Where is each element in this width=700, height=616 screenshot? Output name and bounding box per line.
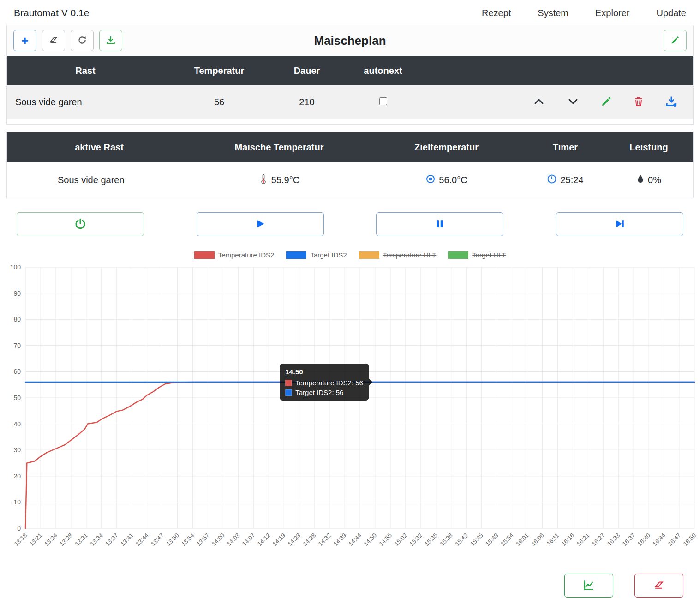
svg-text:13:54: 13:54 [180, 532, 196, 548]
svg-text:70: 70 [13, 342, 21, 349]
svg-text:16:50: 16:50 [682, 532, 698, 548]
top-nav: Rezept System Explorer Update [482, 8, 686, 18]
delete-rast-button[interactable] [633, 96, 644, 108]
svg-text:15:02: 15:02 [393, 532, 408, 548]
col-maische-temperatur: Maische Temperatur [191, 142, 367, 153]
nav-system[interactable]: System [538, 8, 568, 18]
chart-view-button[interactable] [564, 574, 613, 598]
tooltip-entry-temperature: Temperature IDS2: 56 [295, 379, 363, 387]
svg-text:16:27: 16:27 [591, 532, 606, 548]
svg-text:14:55: 14:55 [377, 532, 393, 548]
droplet-icon [636, 174, 645, 186]
svg-text:14:28: 14:28 [302, 532, 317, 548]
svg-text:14:19: 14:19 [271, 532, 287, 548]
pause-icon [434, 218, 445, 231]
edit-rast-button[interactable] [601, 96, 612, 108]
svg-text:16:06: 16:06 [530, 532, 545, 548]
chart-canvas[interactable]: 13:1813:2113:2413:2813:3113:3413:3713:41… [0, 261, 700, 565]
line-chart-icon [583, 579, 595, 592]
legend-target-ids2[interactable]: Target IDS2 [286, 251, 347, 259]
legend-temperature-hlt[interactable]: Temperature HLT [359, 251, 437, 259]
svg-text:14:50: 14:50 [362, 532, 378, 548]
move-up-button[interactable] [532, 97, 545, 108]
col-dauer: Dauer [275, 66, 339, 76]
svg-text:13:28: 13:28 [58, 532, 74, 548]
svg-text:13:41: 13:41 [119, 532, 135, 548]
tooltip-chip-red [285, 380, 292, 386]
clear-plan-button[interactable] [42, 30, 65, 51]
control-bar [17, 212, 683, 236]
pencil-icon [670, 36, 680, 46]
rast-name: Sous vide garen [7, 97, 164, 108]
active-rast-name: Sous vide garen [7, 175, 191, 185]
autonext-checkbox[interactable] [379, 97, 387, 105]
nav-update[interactable]: Update [657, 8, 687, 18]
svg-text:15:35: 15:35 [423, 532, 439, 548]
svg-text:15:45: 15:45 [469, 532, 485, 548]
save-rast-button[interactable] [665, 96, 677, 109]
add-rast-button[interactable]: + [13, 30, 36, 51]
svg-text:14:00: 14:00 [210, 532, 226, 548]
svg-text:15:38: 15:38 [438, 532, 454, 548]
play-button[interactable] [197, 212, 324, 236]
rast-temperatur: 56 [164, 97, 275, 108]
col-rast: Rast [7, 66, 164, 76]
refresh-plan-button[interactable] [71, 30, 94, 51]
tooltip-time: 14:50 [285, 368, 363, 376]
timer-value: 25:24 [560, 175, 583, 185]
zieltemperatur-value: 56.0°C [439, 175, 467, 185]
svg-text:20: 20 [13, 472, 21, 480]
col-autonext: autonext [339, 66, 427, 76]
svg-text:50: 50 [13, 394, 21, 401]
download-save-icon [665, 96, 677, 109]
download-icon [106, 35, 116, 47]
maischeplan-toolbar: + Maischeplan [7, 25, 693, 56]
col-timer: Timer [526, 142, 604, 153]
maischeplan-panel: + Maischeplan Rast Temperatur Dauer [6, 25, 694, 125]
svg-text:16:11: 16:11 [545, 532, 561, 547]
legend-chip-green [448, 251, 468, 259]
skip-to-end-icon [614, 218, 625, 231]
thermometer-icon [259, 173, 268, 187]
svg-text:14:32: 14:32 [317, 532, 333, 548]
svg-text:13:21: 13:21 [28, 532, 43, 548]
legend-target-hlt[interactable]: Target HLT [448, 251, 506, 259]
svg-text:16:40: 16:40 [636, 532, 652, 548]
svg-text:15:42: 15:42 [454, 532, 469, 548]
svg-text:100: 100 [10, 263, 21, 271]
pause-button[interactable] [376, 212, 503, 236]
leistung-value: 0% [648, 175, 661, 185]
svg-text:14:23: 14:23 [287, 532, 302, 548]
edit-plan-button[interactable] [664, 30, 687, 51]
clear-chart-button[interactable] [634, 574, 683, 598]
clock-icon [547, 174, 557, 186]
status-row: Sous vide garen 55.9°C 56.0°C [7, 162, 693, 198]
skip-button[interactable] [556, 212, 683, 236]
svg-text:16:33: 16:33 [606, 532, 622, 548]
plus-icon: + [21, 35, 28, 47]
tooltip-entry-target: Target IDS2: 56 [295, 389, 343, 396]
eraser-icon [653, 579, 665, 592]
nav-rezept[interactable]: Rezept [482, 8, 511, 18]
move-down-button[interactable] [567, 97, 580, 108]
legend-chip-blue [286, 251, 306, 259]
svg-text:15:54: 15:54 [499, 532, 515, 548]
svg-text:60: 60 [13, 368, 21, 375]
legend-chip-orange [359, 251, 379, 259]
svg-text:40: 40 [13, 420, 21, 428]
nav-explorer[interactable]: Explorer [595, 8, 629, 18]
refresh-icon [77, 35, 87, 47]
svg-text:80: 80 [13, 316, 21, 323]
svg-text:16:37: 16:37 [621, 532, 637, 548]
power-button[interactable] [17, 212, 144, 236]
power-icon [74, 218, 86, 231]
chevron-down-icon [567, 97, 580, 108]
eraser-icon [48, 35, 59, 47]
legend-temperature-ids2[interactable]: Temperature IDS2 [194, 251, 275, 259]
app-title: Brautomat V 0.1e [14, 7, 89, 18]
temperature-chart[interactable]: 13:1813:2113:2413:2813:3113:3413:3713:41… [0, 261, 700, 565]
svg-text:13:50: 13:50 [165, 532, 180, 548]
svg-text:10: 10 [13, 498, 21, 506]
download-plan-button[interactable] [99, 30, 122, 51]
col-temperatur: Temperatur [164, 66, 275, 76]
